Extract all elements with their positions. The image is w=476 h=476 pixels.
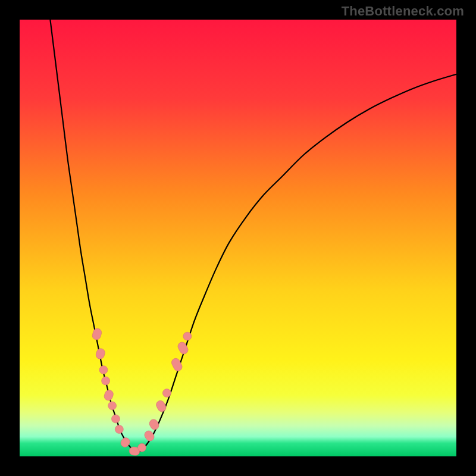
marker-round bbox=[99, 366, 108, 374]
marker-pill bbox=[95, 347, 106, 360]
marker-pill bbox=[155, 399, 167, 413]
marker-round bbox=[108, 402, 117, 410]
watermark-label: TheBottleneck.com bbox=[342, 4, 464, 19]
marker-pill bbox=[148, 418, 161, 431]
marker-pill bbox=[91, 327, 102, 340]
marker-round bbox=[138, 443, 146, 452]
curve-markers bbox=[91, 327, 191, 456]
chart-stage: TheBottleneck.com bbox=[0, 0, 476, 476]
marker-pill bbox=[103, 389, 114, 402]
chart-svg bbox=[20, 20, 456, 456]
marker-round bbox=[115, 425, 123, 434]
marker-round bbox=[112, 415, 120, 423]
marker-pill bbox=[143, 429, 156, 442]
marker-round bbox=[102, 377, 110, 385]
marker-round bbox=[183, 332, 192, 340]
marker-round bbox=[162, 389, 171, 397]
plot-area bbox=[20, 20, 456, 456]
bottleneck-curve bbox=[50, 20, 456, 452]
